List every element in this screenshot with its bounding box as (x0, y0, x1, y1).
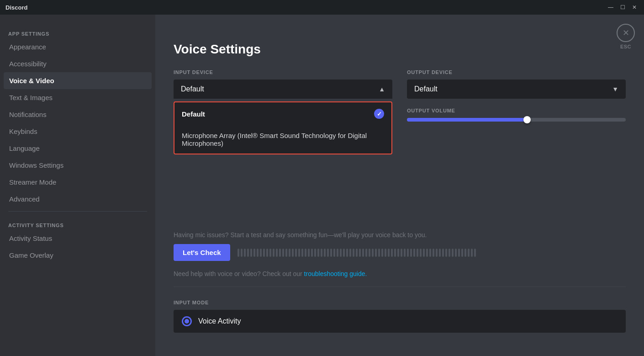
help-text: Need help with voice or video? Check out… (174, 270, 626, 287)
sound-bar (285, 249, 287, 257)
input-device-dropdown-panel: Default ✓ Microphone Array (Intel® Smart… (174, 101, 392, 154)
sound-bar (257, 249, 259, 257)
sidebar: APP SETTINGS Appearance Accessibility Vo… (0, 15, 155, 356)
sound-bar (241, 249, 243, 257)
app-settings-section-label: APP SETTINGS (4, 27, 152, 38)
sound-bar (426, 249, 428, 257)
page-title: Voice Settings (174, 42, 626, 57)
sound-bar (465, 249, 466, 257)
sound-bar (295, 249, 297, 257)
radio-button (182, 316, 192, 326)
sound-bar (468, 249, 470, 257)
voice-activity-option[interactable]: Voice Activity (174, 310, 626, 333)
sound-bar (417, 249, 418, 257)
sound-bar (266, 249, 268, 257)
sound-bar (260, 249, 262, 257)
output-device-group: OUTPUT DEVICE Default ▼ OUTPUT VOLUME (407, 69, 626, 122)
sound-bar (298, 249, 300, 257)
sound-bar (340, 249, 342, 257)
window-controls: — ☐ ✕ (607, 3, 639, 11)
sound-bar (359, 249, 361, 257)
sound-bar (282, 249, 284, 257)
input-device-group: INPUT DEVICE Default ▲ Default ✓ (174, 69, 392, 122)
input-device-dropdown[interactable]: Default ▲ (174, 80, 392, 99)
minimize-button[interactable]: — (607, 3, 615, 11)
sound-bar (452, 249, 454, 257)
sidebar-item-windows-settings[interactable]: Windows Settings (4, 157, 152, 174)
sidebar-item-language[interactable]: Language (4, 140, 152, 157)
sidebar-item-accessibility[interactable]: Accessibility (4, 55, 152, 72)
sidebar-item-streamer-mode[interactable]: Streamer Mode (4, 174, 152, 191)
sound-level-bars (238, 249, 626, 257)
troubleshooting-link[interactable]: troubleshooting guide. (304, 270, 367, 277)
sound-bar (324, 249, 326, 257)
output-device-dropdown[interactable]: Default ▼ (407, 80, 626, 99)
radio-inner-dot (185, 319, 189, 324)
sidebar-item-game-overlay[interactable]: Game Overlay (4, 247, 152, 264)
sidebar-item-appearance[interactable]: Appearance (4, 38, 152, 55)
sound-bar (455, 249, 457, 257)
sound-bar (439, 249, 441, 257)
sound-bar (385, 249, 386, 257)
input-device-option-default[interactable]: Default ✓ (174, 102, 391, 125)
mic-test-section: Having mic issues? Start a test and say … (174, 231, 626, 261)
sound-bar (337, 249, 338, 257)
sound-bar (369, 249, 370, 257)
sound-bar (356, 249, 358, 257)
sound-bar (413, 249, 415, 257)
sound-bar (397, 249, 399, 257)
sound-bar (407, 249, 409, 257)
sound-bar (276, 249, 278, 257)
sidebar-item-voice-video[interactable]: Voice & Video (4, 72, 152, 89)
sidebar-item-text-images[interactable]: Text & Images (4, 89, 152, 106)
close-button[interactable]: ✕ (630, 3, 639, 11)
sound-bar (305, 249, 306, 257)
lets-check-button[interactable]: Let's Check (174, 244, 230, 261)
sound-bar (244, 249, 246, 257)
sound-bar (429, 249, 431, 257)
sidebar-item-notifications[interactable]: Notifications (4, 106, 152, 123)
output-device-value: Default (414, 85, 438, 93)
slider-thumb (523, 116, 531, 123)
sound-bar (253, 249, 255, 257)
device-row: INPUT DEVICE Default ▲ Default ✓ (174, 69, 626, 122)
sound-bar (461, 249, 463, 257)
check-icon: ✓ (374, 109, 384, 119)
sound-bar (346, 249, 348, 257)
sound-bar (433, 249, 434, 257)
esc-button[interactable]: ✕ ESC (617, 24, 635, 49)
maximize-button[interactable]: ☐ (618, 3, 627, 11)
sound-bar (289, 249, 290, 257)
output-volume-section: OUTPUT VOLUME (407, 108, 626, 122)
sidebar-item-activity-status[interactable]: Activity Status (4, 230, 152, 247)
sound-bar (375, 249, 377, 257)
sound-bar (330, 249, 332, 257)
input-device-dropdown-wrapper: Default ▲ Default ✓ Microphone Array (In… (174, 80, 392, 99)
input-device-option-microphone[interactable]: Microphone Array (Intel® Smart Sound Tec… (174, 125, 391, 154)
sound-bar (365, 249, 367, 257)
sidebar-item-keybinds[interactable]: Keybinds (4, 123, 152, 140)
chevron-up-icon: ▲ (379, 85, 385, 93)
sound-bar (423, 249, 425, 257)
sound-bar (247, 249, 249, 257)
sound-bar (388, 249, 390, 257)
red-arrow-annotation (329, 15, 429, 16)
sound-bar (353, 249, 354, 257)
sound-bar (410, 249, 412, 257)
output-volume-slider[interactable] (407, 118, 626, 122)
slider-fill (407, 118, 527, 122)
sound-bar (292, 249, 294, 257)
sound-bar (269, 249, 271, 257)
titlebar: Discord — ☐ ✕ (0, 0, 644, 15)
sound-bar (445, 249, 447, 257)
input-mode-section: INPUT MODE Voice Activity (174, 300, 626, 333)
sound-bar (327, 249, 329, 257)
mic-test-row: Let's Check (174, 244, 626, 261)
sound-bar (458, 249, 460, 257)
sound-bar (442, 249, 444, 257)
voice-activity-label: Voice Activity (198, 317, 241, 325)
sound-bar (378, 249, 380, 257)
sidebar-item-advanced[interactable]: Advanced (4, 191, 152, 207)
mic-test-hint: Having mic issues? Start a test and say … (174, 231, 626, 239)
sound-bar (436, 249, 438, 257)
